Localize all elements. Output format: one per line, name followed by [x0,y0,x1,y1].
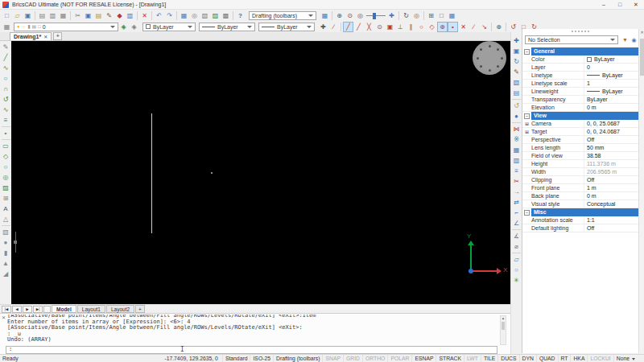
snap-none-icon[interactable]: ✕ [458,22,469,32]
multiline-icon[interactable]: ≡ [1,115,11,125]
move-icon[interactable]: ✚ [511,35,522,46]
delete-icon[interactable]: ✕ [139,10,150,21]
polygon-icon[interactable]: ◇ [1,151,11,162]
snap-parallel-icon[interactable]: ∥ [406,22,416,32]
snap-midpoint-icon[interactable]: ╳ [364,22,374,32]
sphere-view-icon[interactable]: ● [511,111,522,121]
sheet-icon[interactable]: □ [436,10,447,21]
status-toggle-ducs[interactable]: DUCS [497,355,518,362]
block-insert-icon[interactable]: ▥ [511,155,522,166]
paint-icon[interactable]: ▧ [511,77,522,88]
property-value[interactable]: Off [584,176,638,184]
wedge-3d-icon[interactable]: ◢ [1,269,11,279]
status-toggle-hka[interactable]: HKA [570,355,587,362]
drawing-viewport[interactable]: Y X [11,41,510,304]
redo-icon[interactable]: ↷ [164,10,175,21]
offset-icon[interactable]: ≡ [511,166,522,176]
snap-endpoint-icon[interactable]: ╱ [353,22,364,32]
command-close-icon[interactable]: ✕ [2,315,6,320]
scroll-up-icon[interactable]: ▲ [501,316,506,321]
lookfrom-dot[interactable] [489,45,491,47]
property-value[interactable]: ByLayer [584,88,638,96]
panels-icon[interactable]: ⊞ [426,10,436,21]
new-tab-button[interactable]: + [53,32,62,40]
status-toggle-lockui[interactable]: LOCKUI [587,355,613,362]
array-icon[interactable]: ▦ [511,145,522,155]
tab-drawing1[interactable]: Drawing1* ✕ [10,32,52,40]
snap-insertion-icon[interactable]: • [448,22,458,32]
region-icon[interactable]: ▱ [511,254,522,265]
tab-layout2[interactable]: Layout2 [106,305,134,313]
maximize-icon[interactable]: □ [612,0,628,10]
revision-cloud-icon[interactable]: ↺ [1,94,11,105]
drawing-explorer-icon[interactable]: ▦ [179,10,189,21]
lookfrom-dot[interactable] [489,69,491,72]
status-toggle-iso-25[interactable]: ISO-25 [250,355,273,362]
property-value[interactable]: 206.9565 m [584,168,638,176]
sketch-icon[interactable]: ✎ [1,42,11,52]
layout-manager-icon[interactable]: ▨ [210,10,221,21]
fillet-icon[interactable]: ⌐ [511,208,522,218]
measure-angle-icon[interactable]: ∡ [511,231,522,241]
status-toggle-esnap[interactable]: ESNAP [411,355,436,362]
box-3d-icon[interactable]: ▧ [1,227,11,237]
status-toggle-rt[interactable]: RT [558,355,571,362]
tab-list-button[interactable] [43,306,51,313]
properties-icon[interactable]: ▥ [125,10,135,21]
paste-icon[interactable]: ▤ [93,10,104,21]
circle-icon[interactable]: ○ [1,73,11,84]
layer-previous-icon[interactable]: ◈ [118,22,129,32]
zoom-in-icon[interactable]: ⊕ [334,10,345,21]
property-value[interactable]: ByLayer [584,96,638,104]
block-editor-icon[interactable]: ◆ [114,10,125,21]
property-value[interactable]: 1 [584,80,638,88]
filter-icon[interactable]: ▼ [621,35,630,44]
cut-icon[interactable]: ✂ [72,10,83,21]
add-layout-button[interactable]: + [135,305,145,313]
section-header[interactable]: −Misc [522,208,638,216]
property-value[interactable]: 0 m [584,192,638,200]
spline-icon[interactable]: ∿ [1,105,11,115]
table-icon[interactable]: ⊞ [1,193,11,204]
copy-icon[interactable]: ▣ [83,10,93,21]
render-icon[interactable]: ◎ [411,10,422,21]
snap-geometric-center-icon[interactable]: ⊕ [493,22,504,32]
measure-distance-icon[interactable]: ⌀ [511,241,522,252]
pan-icon[interactable]: ✚ [386,10,397,21]
line-icon[interactable]: ╱ [1,52,11,63]
status-toggle-dyn[interactable]: DYN [519,355,536,362]
workspace-grid-icon[interactable]: ▦ [447,10,457,21]
first-tab-icon[interactable]: |◀ [2,306,11,313]
tab-layout1[interactable]: Layout1 [77,305,105,313]
cylinder-3d-icon[interactable]: ▮ [1,248,11,258]
snap-intersection-icon[interactable]: ⊕ [437,22,448,32]
layer-select[interactable]: ●☼▮▤□ 0 [14,23,118,31]
property-value[interactable]: 38.58 [584,152,638,160]
chamfer-icon[interactable]: ∠ [511,218,522,228]
last-tab-icon[interactable]: ▶| [33,306,43,313]
layers-manager-icon[interactable]: ◎ [189,10,200,21]
orbit-icon[interactable]: ↻ [401,10,411,21]
status-toggle-grid[interactable]: GRID [343,355,362,362]
new-drawing-icon[interactable]: □ [2,10,12,21]
status-toggle-strack[interactable]: STRACK [436,355,464,362]
snap-perpendicular-icon[interactable]: ⊥ [395,22,406,32]
copy-entities-icon[interactable]: ▣ [511,46,522,56]
snap-tangent-icon[interactable]: ○ [416,22,427,32]
trim-icon[interactable]: ✂ [511,176,522,187]
cone-3d-icon[interactable]: ▲ [1,258,11,269]
status-toggle-quad[interactable]: QUAD [536,355,558,362]
expand-icon[interactable]: ⊞ [522,128,531,136]
property-value[interactable]: 0 [584,64,638,72]
command-input[interactable]: : [6,346,497,354]
donut-icon[interactable]: ◎ [1,172,11,183]
lineweight-select[interactable]: ByLayer [258,23,315,31]
command-scrollbar[interactable]: ▲ [500,315,506,345]
lookfrom-dot[interactable] [480,48,482,51]
zoom-out-icon[interactable]: ⊙ [345,10,355,21]
view-manager-icon[interactable]: ▩ [221,10,231,21]
property-value[interactable]: ByLayer [584,72,638,80]
property-value[interactable]: 111.3736 m [584,160,638,168]
snap-node-icon[interactable]: ▣ [385,22,395,32]
status-toggle-ortho[interactable]: ORTHO [362,355,387,362]
